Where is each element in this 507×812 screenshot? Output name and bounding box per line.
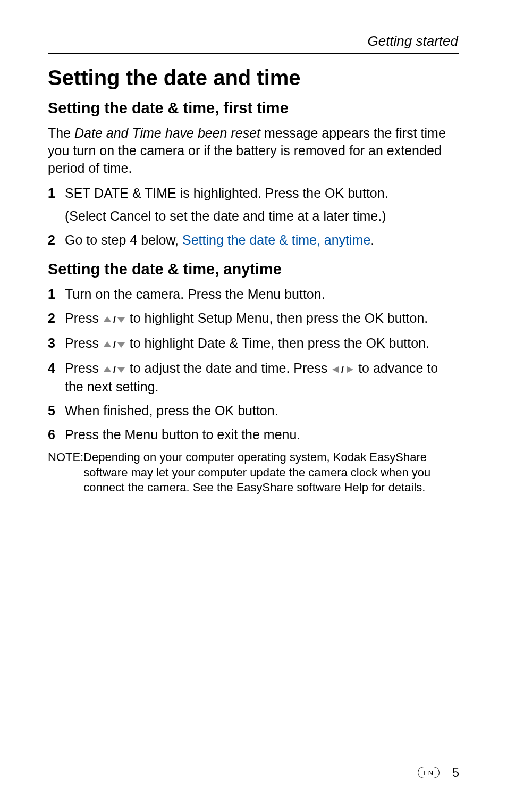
page-number: 5: [452, 765, 459, 780]
page-footer: EN 5: [418, 765, 459, 780]
step-body: Press / to highlight Setup Menu, then pr…: [65, 309, 459, 328]
anytime-heading: Setting the date & time, anytime: [48, 261, 459, 278]
first-time-steps: 1 SET DATE & TIME is highlighted. Press …: [48, 185, 459, 249]
svg-marker-0: [104, 316, 111, 322]
left-right-icon: /: [331, 361, 354, 378]
first-time-intro: The Date and Time have been reset messag…: [48, 124, 459, 177]
step-pre: Press: [65, 336, 103, 350]
step-text-prefix: Go to step 4 below,: [65, 232, 182, 247]
svg-marker-9: [332, 366, 339, 373]
xref-link[interactable]: Setting the date & time, anytime: [182, 232, 370, 247]
step-body: Turn on the camera. Press the Menu butto…: [65, 286, 459, 303]
svg-text:/: /: [113, 365, 116, 374]
svg-marker-11: [347, 366, 353, 373]
up-down-icon: /: [103, 311, 126, 328]
up-down-icon: /: [103, 336, 126, 353]
note: NOTE: Depending on your computer operati…: [48, 450, 459, 496]
header-divider: [48, 53, 459, 54]
step-number: 2: [48, 309, 65, 327]
anytime-step-1: 1 Turn on the camera. Press the Menu but…: [48, 286, 459, 303]
intro-prefix: The: [48, 125, 74, 140]
anytime-step-6: 6 Press the Menu button to exit the menu…: [48, 426, 459, 443]
anytime-step-4: 4 Press / to adjust the date and time. P…: [48, 359, 459, 396]
anytime-step-2: 2 Press / to highlight Setup Menu, then …: [48, 309, 459, 328]
step-substep: (Select Cancel to set the date and time …: [65, 207, 459, 225]
svg-text:/: /: [113, 340, 116, 349]
step-number: 5: [48, 402, 65, 420]
step-body: Press / to adjust the date and time. Pre…: [65, 359, 459, 396]
step-number: 3: [48, 334, 65, 352]
step-body: Go to step 4 below, Setting the date & t…: [65, 231, 459, 249]
first-time-heading: Setting the date & time, first time: [48, 99, 459, 117]
step-number: 1: [48, 286, 65, 303]
note-label: NOTE:: [48, 450, 83, 496]
svg-marker-8: [117, 367, 125, 373]
page: Getting started Setting the date and tim…: [0, 0, 507, 812]
step-body: Press / to highlight Date & Time, then p…: [65, 334, 459, 353]
svg-marker-2: [117, 317, 125, 323]
step-text: SET DATE & TIME is highlighted. Press th…: [65, 186, 388, 200]
anytime-step-3: 3 Press / to highlight Date & Time, then…: [48, 334, 459, 353]
first-step-1: 1 SET DATE & TIME is highlighted. Press …: [48, 185, 459, 225]
step-pre: Press: [65, 311, 103, 325]
step-pre: Press: [65, 361, 103, 375]
first-step-2: 2 Go to step 4 below, Setting the date &…: [48, 231, 459, 249]
step-number: 4: [48, 359, 65, 377]
svg-marker-5: [117, 342, 125, 348]
running-header: Getting started: [48, 33, 459, 49]
step-text-suffix: .: [370, 232, 374, 247]
up-down-icon: /: [103, 361, 126, 378]
anytime-step-5: 5 When finished, press the OK button.: [48, 402, 459, 420]
step-post: to highlight Date & Time, then press the…: [126, 336, 429, 350]
anytime-steps: 1 Turn on the camera. Press the Menu but…: [48, 286, 459, 443]
language-badge: EN: [418, 767, 440, 778]
page-title: Setting the date and time: [48, 66, 459, 90]
step-body: SET DATE & TIME is highlighted. Press th…: [65, 185, 459, 225]
step-number: 2: [48, 231, 65, 249]
note-body: Depending on your computer operating sys…: [83, 450, 459, 496]
step-number: 6: [48, 426, 65, 443]
intro-italic: Date and Time have been reset: [74, 125, 260, 140]
step-post: to highlight Setup Menu, then press the …: [126, 311, 428, 325]
svg-marker-3: [104, 341, 111, 347]
svg-text:/: /: [113, 315, 116, 324]
step-mid: to adjust the date and time. Press: [126, 361, 331, 375]
step-number: 1: [48, 185, 65, 202]
step-body: Press the Menu button to exit the menu.: [65, 426, 459, 443]
step-body: When finished, press the OK button.: [65, 402, 459, 420]
svg-text:/: /: [341, 365, 344, 374]
svg-marker-6: [104, 366, 111, 372]
